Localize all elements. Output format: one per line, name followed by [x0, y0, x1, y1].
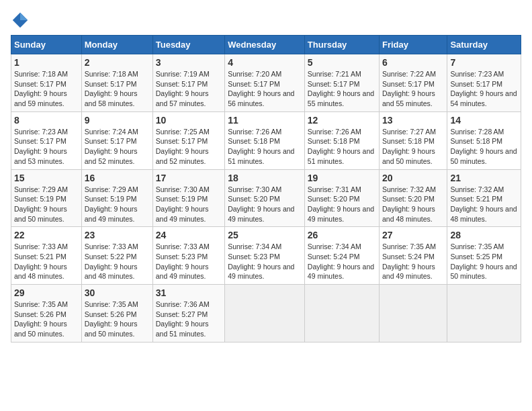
day-cell	[304, 285, 379, 342]
day-number: 11	[228, 115, 302, 126]
day-info: Sunrise: 7:32 AMSunset: 5:21 PMDaylight:…	[450, 185, 517, 223]
day-info: Sunrise: 7:33 AMSunset: 5:21 PMDaylight:…	[14, 242, 68, 280]
day-cell: 19 Sunrise: 7:31 AMSunset: 5:20 PMDaylig…	[304, 169, 379, 227]
day-cell: 17 Sunrise: 7:30 AMSunset: 5:19 PMDaylig…	[152, 169, 224, 227]
header-cell-sunday: Sunday	[11, 36, 82, 54]
day-info: Sunrise: 7:35 AMSunset: 5:25 PMDaylight:…	[450, 242, 517, 280]
day-cell: 21 Sunrise: 7:32 AMSunset: 5:21 PMDaylig…	[447, 169, 521, 227]
day-cell: 5 Sunrise: 7:21 AMSunset: 5:17 PMDayligh…	[304, 54, 379, 112]
calendar-body: 1 Sunrise: 7:18 AMSunset: 5:17 PMDayligh…	[11, 54, 521, 342]
day-cell: 11 Sunrise: 7:26 AMSunset: 5:18 PMDaylig…	[225, 111, 305, 169]
day-info: Sunrise: 7:24 AMSunset: 5:17 PMDaylight:…	[85, 128, 138, 165]
header-row: SundayMondayTuesdayWednesdayThursdayFrid…	[11, 36, 521, 54]
day-cell	[447, 285, 521, 342]
day-number: 30	[85, 287, 150, 298]
day-number: 14	[450, 115, 518, 126]
calendar-table: SundayMondayTuesdayWednesdayThursdayFrid…	[11, 35, 521, 342]
day-number: 9	[85, 115, 150, 126]
day-number: 18	[228, 173, 302, 183]
day-info: Sunrise: 7:30 AMSunset: 5:19 PMDaylight:…	[156, 185, 210, 223]
day-info: Sunrise: 7:28 AMSunset: 5:18 PMDaylight:…	[450, 128, 517, 165]
page-header	[11, 11, 521, 30]
day-info: Sunrise: 7:26 AMSunset: 5:18 PMDaylight:…	[228, 128, 294, 165]
day-cell: 24 Sunrise: 7:33 AMSunset: 5:23 PMDaylig…	[152, 227, 224, 285]
day-cell: 27 Sunrise: 7:35 AMSunset: 5:24 PMDaylig…	[380, 227, 447, 285]
logo	[11, 11, 31, 30]
day-info: Sunrise: 7:26 AMSunset: 5:18 PMDaylight:…	[308, 128, 374, 165]
day-number: 27	[382, 230, 444, 240]
header-cell-monday: Monday	[81, 36, 152, 54]
day-info: Sunrise: 7:19 AMSunset: 5:17 PMDaylight:…	[156, 70, 210, 107]
day-cell: 25 Sunrise: 7:34 AMSunset: 5:23 PMDaylig…	[225, 227, 305, 285]
header-cell-saturday: Saturday	[447, 36, 521, 54]
week-row-3: 15 Sunrise: 7:29 AMSunset: 5:19 PMDaylig…	[11, 169, 521, 227]
day-cell: 2 Sunrise: 7:18 AMSunset: 5:17 PMDayligh…	[81, 54, 152, 112]
day-cell: 9 Sunrise: 7:24 AMSunset: 5:17 PMDayligh…	[81, 111, 152, 169]
day-number: 12	[308, 115, 376, 126]
day-cell: 16 Sunrise: 7:29 AMSunset: 5:19 PMDaylig…	[81, 169, 152, 227]
day-cell: 23 Sunrise: 7:33 AMSunset: 5:22 PMDaylig…	[81, 227, 152, 285]
day-number: 16	[85, 173, 150, 183]
day-cell: 3 Sunrise: 7:19 AMSunset: 5:17 PMDayligh…	[152, 54, 224, 112]
day-info: Sunrise: 7:34 AMSunset: 5:24 PMDaylight:…	[308, 242, 374, 280]
day-info: Sunrise: 7:36 AMSunset: 5:27 PMDaylight:…	[156, 300, 210, 338]
day-number: 10	[156, 115, 222, 126]
day-info: Sunrise: 7:23 AMSunset: 5:17 PMDaylight:…	[14, 128, 68, 165]
day-number: 1	[14, 57, 79, 68]
day-cell: 30 Sunrise: 7:35 AMSunset: 5:26 PMDaylig…	[81, 285, 152, 342]
day-number: 15	[14, 173, 79, 183]
day-cell: 22 Sunrise: 7:33 AMSunset: 5:21 PMDaylig…	[11, 227, 82, 285]
day-cell: 7 Sunrise: 7:23 AMSunset: 5:17 PMDayligh…	[447, 54, 521, 112]
day-info: Sunrise: 7:25 AMSunset: 5:17 PMDaylight:…	[156, 128, 210, 165]
day-info: Sunrise: 7:29 AMSunset: 5:19 PMDaylight:…	[85, 185, 138, 223]
calendar-header: SundayMondayTuesdayWednesdayThursdayFrid…	[11, 36, 521, 54]
day-cell: 6 Sunrise: 7:22 AMSunset: 5:17 PMDayligh…	[380, 54, 447, 112]
day-info: Sunrise: 7:23 AMSunset: 5:17 PMDaylight:…	[450, 70, 517, 107]
day-cell: 4 Sunrise: 7:20 AMSunset: 5:17 PMDayligh…	[225, 54, 305, 112]
header-cell-wednesday: Wednesday	[225, 36, 305, 54]
day-cell	[225, 285, 305, 342]
day-info: Sunrise: 7:18 AMSunset: 5:17 PMDaylight:…	[14, 70, 68, 107]
day-number: 7	[450, 57, 518, 68]
day-number: 8	[14, 115, 79, 126]
day-number: 6	[382, 57, 444, 68]
day-number: 3	[156, 57, 222, 68]
day-info: Sunrise: 7:18 AMSunset: 5:17 PMDaylight:…	[85, 70, 138, 107]
day-info: Sunrise: 7:33 AMSunset: 5:22 PMDaylight:…	[85, 242, 138, 280]
day-info: Sunrise: 7:27 AMSunset: 5:18 PMDaylight:…	[382, 128, 436, 165]
day-cell: 14 Sunrise: 7:28 AMSunset: 5:18 PMDaylig…	[447, 111, 521, 169]
day-info: Sunrise: 7:35 AMSunset: 5:26 PMDaylight:…	[85, 300, 138, 338]
day-number: 23	[85, 230, 150, 240]
day-info: Sunrise: 7:29 AMSunset: 5:19 PMDaylight:…	[14, 185, 68, 223]
day-number: 2	[85, 57, 150, 68]
day-cell: 10 Sunrise: 7:25 AMSunset: 5:17 PMDaylig…	[152, 111, 224, 169]
day-info: Sunrise: 7:22 AMSunset: 5:17 PMDaylight:…	[382, 70, 436, 107]
day-info: Sunrise: 7:32 AMSunset: 5:20 PMDaylight:…	[382, 185, 436, 223]
week-row-2: 8 Sunrise: 7:23 AMSunset: 5:17 PMDayligh…	[11, 111, 521, 169]
day-number: 19	[308, 173, 376, 183]
svg-marker-1	[20, 13, 28, 20]
day-number: 25	[228, 230, 302, 240]
day-info: Sunrise: 7:30 AMSunset: 5:20 PMDaylight:…	[228, 185, 294, 223]
day-info: Sunrise: 7:34 AMSunset: 5:23 PMDaylight:…	[228, 242, 294, 280]
day-info: Sunrise: 7:31 AMSunset: 5:20 PMDaylight:…	[308, 185, 374, 223]
logo-icon	[11, 11, 30, 30]
day-cell: 26 Sunrise: 7:34 AMSunset: 5:24 PMDaylig…	[304, 227, 379, 285]
day-cell	[380, 285, 447, 342]
week-row-5: 29 Sunrise: 7:35 AMSunset: 5:26 PMDaylig…	[11, 285, 521, 342]
day-number: 29	[14, 287, 79, 298]
day-cell: 8 Sunrise: 7:23 AMSunset: 5:17 PMDayligh…	[11, 111, 82, 169]
day-number: 20	[382, 173, 444, 183]
day-cell: 29 Sunrise: 7:35 AMSunset: 5:26 PMDaylig…	[11, 285, 82, 342]
day-info: Sunrise: 7:21 AMSunset: 5:17 PMDaylight:…	[308, 70, 374, 107]
day-number: 13	[382, 115, 444, 126]
header-cell-tuesday: Tuesday	[152, 36, 224, 54]
day-info: Sunrise: 7:20 AMSunset: 5:17 PMDaylight:…	[228, 70, 294, 107]
day-info: Sunrise: 7:35 AMSunset: 5:26 PMDaylight:…	[14, 300, 68, 338]
day-number: 28	[450, 230, 518, 240]
week-row-1: 1 Sunrise: 7:18 AMSunset: 5:17 PMDayligh…	[11, 54, 521, 112]
day-cell: 1 Sunrise: 7:18 AMSunset: 5:17 PMDayligh…	[11, 54, 82, 112]
week-row-4: 22 Sunrise: 7:33 AMSunset: 5:21 PMDaylig…	[11, 227, 521, 285]
day-cell: 18 Sunrise: 7:30 AMSunset: 5:20 PMDaylig…	[225, 169, 305, 227]
day-cell: 20 Sunrise: 7:32 AMSunset: 5:20 PMDaylig…	[380, 169, 447, 227]
